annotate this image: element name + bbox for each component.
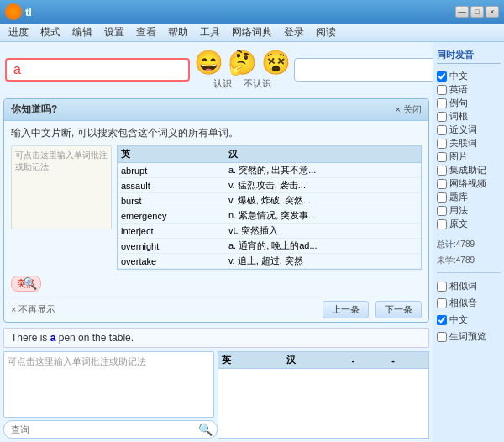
popup-search-row: 突然 🔍 — [11, 275, 422, 292]
second-search-input[interactable] — [294, 58, 451, 82]
menu-login[interactable]: 登录 — [279, 24, 309, 41]
popup-description: 输入中文片断, 可以搜索包含这个词义的所有单词。 — [11, 126, 422, 140]
menu-edit[interactable]: 编辑 — [67, 24, 97, 41]
checkbox-original[interactable]: 原文 — [437, 218, 501, 230]
titlebar: tI — □ × — [0, 0, 504, 24]
no-show-label[interactable]: × 不再显示 — [11, 303, 55, 316]
menu-mode[interactable]: 模式 — [35, 24, 66, 41]
popup-body: 输入中文片断, 可以搜索包含这个词义的所有单词。 可点击这里输入单词批注或助记法… — [4, 121, 428, 297]
bottom-table-area: 英 汉 - - — [218, 351, 430, 439]
checkbox-example[interactable]: 例句 — [437, 97, 501, 109]
menu-tools[interactable]: 工具 — [195, 24, 225, 41]
example-text-before: There is — [11, 332, 50, 344]
popup-cell-en: abrupt — [118, 163, 225, 178]
popup-window: 你知道吗? × 关闭 输入中文片断, 可以搜索包含这个词义的所有单词。 可点击这… — [3, 98, 429, 323]
bottom-table: 英 汉 - - — [218, 352, 429, 369]
left-panel: 😄 🤔 😵 认识 不认识 🔊 你知道吗? × 关闭 输入中文片断, 可以搜索包含… — [0, 42, 433, 442]
titlebar-left: tI — [5, 3, 32, 20]
popup-cell-en: overtake — [118, 254, 225, 269]
sidebar-stats-unlearn: 未学:4789 — [437, 255, 501, 266]
checkbox-usage[interactable]: 用法 — [437, 204, 501, 217]
search-row: 🔍 — [3, 420, 214, 439]
popup-cell-cn: v. 爆破, 炸破, 突然... — [225, 193, 421, 208]
popup-cell-cn: n. 紧急情况, 突发事... — [225, 208, 421, 224]
emoji-think[interactable]: 🤔 — [228, 49, 255, 76]
popup-cell-cn: a. 通宵的, 晚上的ad... — [225, 239, 421, 254]
popup-cell-cn: v. 追上, 超过, 突然 — [225, 254, 421, 269]
example-sentence: There is a pen on the table. — [3, 328, 429, 348]
checkbox-synonym[interactable]: 近义词 — [437, 124, 501, 136]
popup-table-header-en: 英 — [118, 146, 225, 163]
popup-table-row[interactable]: assaultv. 猛烈攻击, 袭击... — [118, 178, 421, 193]
checkbox-integrated[interactable]: 集成助记 — [437, 164, 501, 176]
popup-note-area[interactable]: 可点击这里输入单词批注或助记法 — [11, 145, 112, 229]
sidebar-checkboxes-top: 中文 英语 例句 词根 近义词 关联词 图片 集成助记 网络视频 题库 用法 原… — [437, 69, 501, 231]
checkbox-cn-footer[interactable]: 中文 — [437, 313, 501, 326]
checkbox-root[interactable]: 词根 — [437, 110, 501, 123]
checkbox-english[interactable]: 英语 — [437, 83, 501, 96]
bottom-left: 可点击这里输入单词批注或助记法 🔍 — [3, 351, 214, 439]
bottom-area: 可点击这里输入单词批注或助记法 🔍 英 汉 - - — [3, 351, 429, 439]
popup-footer-left: × 不再显示 — [11, 303, 316, 316]
maximize-button[interactable]: □ — [470, 6, 484, 18]
menubar: 进度 模式 编辑 设置 查看 帮助 工具 网络词典 登录 阅读 — [0, 24, 504, 42]
sidebar-stats-total: 总计:4789 — [437, 239, 501, 250]
checkbox-related[interactable]: 关联词 — [437, 137, 501, 150]
menu-netdict[interactable]: 网络词典 — [227, 24, 277, 41]
emoji-labels: 认识 不认识 — [213, 77, 271, 90]
menu-help[interactable]: 帮助 — [163, 24, 193, 41]
popup-table-row[interactable]: overtakev. 追上, 超过, 突然 — [118, 254, 421, 269]
popup-cell-en: emergency — [118, 208, 225, 224]
popup-table-row[interactable]: abrupta. 突然的, 出其不意... — [118, 163, 421, 178]
popup-content: 可点击这里输入单词批注或助记法 英 汉 abrupta. 突然的, 出其不意..… — [11, 145, 422, 270]
popup-table-header-cn: 汉 — [225, 146, 421, 163]
sidebar-header: 同时发音 — [437, 47, 501, 64]
checkbox-netvideo[interactable]: 网络视频 — [437, 177, 501, 190]
popup-table-row[interactable]: burstv. 爆破, 炸破, 突然... — [118, 193, 421, 208]
right-sidebar: 同时发音 中文 英语 例句 词根 近义词 关联词 图片 集成助记 网络视频 题库… — [433, 42, 504, 442]
bottom-table-header-cn: 汉 — [283, 352, 349, 369]
bottom-search-button[interactable]: 🔍 — [197, 421, 214, 438]
popup-table-row[interactable]: overnighta. 通宵的, 晚上的ad... — [118, 239, 421, 254]
sidebar-divider — [437, 272, 501, 273]
checkbox-questionbank[interactable]: 题库 — [437, 191, 501, 203]
checkbox-similar-sound[interactable]: 相似音 — [437, 297, 501, 309]
titlebar-controls: — □ × — [455, 6, 499, 18]
bottom-table-header-dash2: - — [388, 352, 428, 369]
popup-cell-cn: a. 突然的, 出其不意... — [225, 163, 421, 178]
bottom-table-header-en: 英 — [218, 352, 284, 369]
emoji-happy[interactable]: 😄 — [195, 49, 222, 76]
search-top-area: 😄 🤔 😵 认识 不认识 🔊 — [3, 45, 429, 93]
checkbox-similar-word[interactable]: 相似词 — [437, 280, 501, 292]
checkbox-image[interactable]: 图片 — [437, 150, 501, 163]
menu-read[interactable]: 阅读 — [311, 24, 341, 41]
emoji-confused[interactable]: 😵 — [262, 49, 289, 76]
menu-view[interactable]: 查看 — [131, 24, 161, 41]
next-button[interactable]: 下一条 — [375, 301, 422, 318]
bottom-table-header-dash1: - — [349, 352, 389, 369]
menu-progress[interactable]: 进度 — [3, 24, 34, 41]
popup-cell-en: interject — [118, 224, 225, 239]
example-text-after: pen on the table. — [55, 332, 134, 344]
popup-search-button[interactable]: 🔍 — [21, 275, 38, 292]
checkbox-chinese[interactable]: 中文 — [437, 70, 501, 82]
menu-settings[interactable]: 设置 — [99, 24, 129, 41]
popup-cell-en: burst — [118, 193, 225, 208]
popup-close-button[interactable]: × 关闭 — [396, 103, 422, 116]
popup-title: 你知道吗? — [11, 103, 57, 117]
popup-cell-cn: v. 猛烈攻击, 袭击... — [225, 178, 421, 193]
not-recognize-label: 不认识 — [244, 77, 271, 90]
recognize-label: 认识 — [213, 77, 232, 90]
app-logo — [5, 3, 22, 20]
popup-table-row[interactable]: interjectvt. 突然插入 — [118, 224, 421, 239]
popup-table-row[interactable]: emergencyn. 紧急情况, 突发事... — [118, 208, 421, 224]
note-area[interactable]: 可点击这里输入单词批注或助记法 — [3, 351, 214, 418]
checkbox-new-word-preview[interactable]: 生词预览 — [437, 330, 501, 343]
minimize-button[interactable]: — — [455, 6, 469, 18]
emoji-row: 😄 🤔 😵 — [195, 49, 289, 76]
prev-button[interactable]: 上一条 — [323, 301, 369, 318]
bottom-search-input[interactable] — [3, 420, 218, 439]
main-search-input[interactable] — [5, 58, 190, 82]
close-button[interactable]: × — [486, 6, 499, 18]
main-area: 😄 🤔 😵 认识 不认识 🔊 你知道吗? × 关闭 输入中文片断, 可以搜索包含… — [0, 42, 504, 442]
